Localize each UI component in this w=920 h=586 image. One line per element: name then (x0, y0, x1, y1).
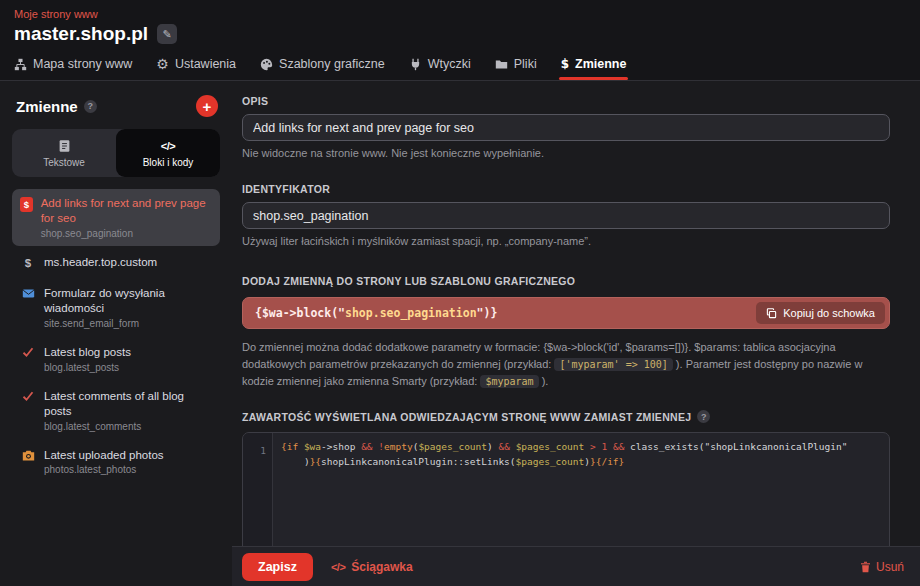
variable-title: Latest uploaded photos (44, 448, 164, 463)
tab-label: Ustawienia (175, 57, 236, 71)
app-body: Zmienne ? + Tekstowe </> Bloki i kody (0, 81, 920, 586)
code-icon: </> (161, 139, 175, 153)
embed-label: DODAJ ZMIENNĄ DO STRONY LUB SZABLONU GRA… (242, 275, 890, 287)
tab-label: Pliki (514, 57, 537, 71)
content-label-row: ZAWARTOŚĆ WYŚWIETLANA ODWIEDZAJĄCYM STRO… (242, 410, 890, 423)
opis-field: OPIS Nie widoczne na stronie www. Nie je… (242, 95, 890, 159)
help-icon[interactable]: ? (697, 410, 710, 423)
tab-zmienne[interactable]: $ Zmienne (561, 57, 627, 80)
variable-title: ms.header.top.custom (44, 255, 157, 270)
page-title: master.shop.pl (14, 23, 148, 45)
tab-pliki[interactable]: Pliki (495, 57, 537, 80)
variable-type-toggle: Tekstowe </> Bloki i kody (12, 129, 220, 177)
embed-section: DODAJ ZMIENNĄ DO STRONY LUB SZABLONU GRA… (242, 275, 890, 390)
variable-title: Latest blog posts (44, 345, 131, 360)
pencil-icon: ✎ (163, 28, 172, 41)
tab-label: Zmienne (575, 57, 626, 71)
tab-label: Wtyczki (428, 57, 471, 71)
dollar-badge-icon: $ (20, 197, 33, 212)
opis-label: OPIS (242, 95, 890, 107)
site-title-row: master.shop.pl ✎ (0, 20, 920, 49)
identyfikator-hint: Używaj liter łacińskich i myślników zami… (242, 235, 890, 247)
help-icon[interactable]: ? (84, 100, 97, 113)
variable-list: $ Add links for next and prev page for s… (12, 189, 220, 482)
app-header: Moje strony www master.shop.pl ✎ Mapa st… (0, 0, 920, 81)
list-item-latest-photos[interactable]: Latest uploaded photos photos.latest_pho… (12, 441, 220, 483)
list-item-latest-comments[interactable]: Latest comments of all blog posts blog.l… (12, 382, 220, 439)
sidebar-title: Zmienne (16, 98, 78, 115)
variable-title: Formularz do wysyłania wiadomości (44, 286, 212, 316)
content-label: ZAWARTOŚĆ WYŚWIETLANA ODWIEDZAJĄCYM STRO… (242, 411, 691, 423)
check-icon (20, 390, 36, 402)
variable-id: blog.latest_posts (44, 362, 131, 373)
line-number: 1 (260, 445, 266, 456)
check-icon (20, 346, 36, 358)
list-item-send-email-form[interactable]: Formularz do wysyłania wiadomości site.s… (12, 279, 220, 336)
tab-label: Szablony graficzne (279, 57, 385, 71)
dollar-icon: $ (20, 257, 36, 269)
params-hint: Do zmiennej można dodać dodatkowe parame… (242, 339, 890, 390)
copy-to-clipboard-button[interactable]: Kopiuj do schowka (756, 302, 885, 324)
tab-mapa-strony-www[interactable]: Mapa strony www (14, 57, 132, 80)
variable-id: blog.latest_comments (44, 421, 212, 432)
gear-icon: ⚙ (156, 57, 169, 71)
cheatsheet-label: Ściągawka (351, 560, 412, 574)
folder-icon (495, 58, 508, 71)
identyfikator-input[interactable] (242, 202, 890, 229)
plug-icon (409, 58, 422, 71)
embed-code: {$wa->block("shop.seo_pagination")} (255, 306, 756, 320)
site-app-window: Moje strony www master.shop.pl ✎ Mapa st… (0, 0, 920, 586)
cheatsheet-link[interactable]: </> Ściągawka (331, 560, 413, 574)
add-variable-button[interactable]: + (196, 95, 218, 117)
variable-title: Add links for next and prev page for seo (41, 196, 212, 226)
plus-icon: + (203, 99, 212, 114)
tab-wtyczki[interactable]: Wtyczki (409, 57, 471, 80)
variable-title: Latest comments of all blog posts (44, 389, 212, 419)
tab-ustawienia[interactable]: ⚙ Ustawienia (156, 57, 236, 80)
inline-code-chip: $myparam (480, 375, 538, 388)
identyfikator-label: IDENTYFIKATOR (242, 183, 890, 195)
sitemap-icon (14, 58, 27, 71)
tab-szablony-graficzne[interactable]: Szablony graficzne (260, 57, 385, 80)
list-item-header-custom[interactable]: $ ms.header.top.custom (12, 248, 220, 277)
action-bar: Zapisz </> Ściągawka Usuń (232, 546, 920, 586)
opis-input[interactable] (242, 114, 890, 141)
code-icon: </> (331, 561, 345, 573)
toggle-bloki-i-kody[interactable]: </> Bloki i kody (116, 129, 220, 177)
toggle-label: Bloki i kody (143, 157, 194, 168)
save-button[interactable]: Zapisz (242, 553, 313, 581)
dollar-icon: $ (561, 58, 569, 70)
variable-editor-panel: OPIS Nie widoczne na stronie www. Nie je… (232, 81, 920, 586)
envelope-icon (20, 287, 36, 300)
list-item-latest-blog-posts[interactable]: Latest blog posts blog.latest_posts (12, 338, 220, 380)
identyfikator-field: IDENTYFIKATOR Używaj liter łacińskich i … (242, 183, 890, 247)
palette-icon (260, 58, 273, 71)
breadcrumb[interactable]: Moje strony www (0, 0, 920, 20)
embed-code-box: {$wa->block("shop.seo_pagination")} Kopi… (242, 297, 890, 329)
variable-id: site.send_email_form (44, 318, 212, 329)
list-item-seo-pagination[interactable]: $ Add links for next and prev page for s… (12, 189, 220, 246)
copy-icon (766, 308, 777, 319)
document-icon (58, 139, 71, 153)
tab-label: Mapa strony www (33, 57, 132, 71)
inline-code-chip: ['myparam' => 100] (554, 358, 672, 371)
toggle-tekstowe[interactable]: Tekstowe (12, 129, 116, 177)
variables-sidebar: Zmienne ? + Tekstowe </> Bloki i kody (0, 81, 232, 586)
trash-icon (860, 561, 871, 573)
delete-link[interactable]: Usuń (860, 560, 904, 574)
toggle-label: Tekstowe (43, 157, 85, 168)
sidebar-header: Zmienne ? + (12, 81, 220, 117)
opis-hint: Nie widoczne na stronie www. Nie jest ko… (242, 147, 890, 159)
edit-site-button[interactable]: ✎ (157, 24, 177, 44)
delete-label: Usuń (876, 560, 904, 574)
camera-icon (20, 449, 36, 462)
variable-id: shop.seo_pagination (41, 228, 212, 239)
variable-id: photos.latest_photos (44, 464, 164, 475)
main-nav: Mapa strony www ⚙ Ustawienia Szablony gr… (0, 49, 920, 81)
copy-button-label: Kopiuj do schowka (783, 307, 875, 319)
